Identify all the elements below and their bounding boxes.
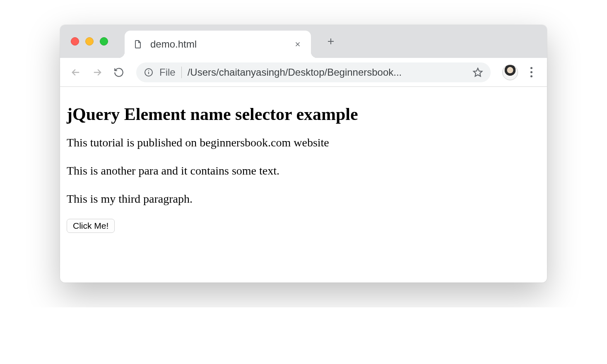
svg-point-2	[148, 70, 149, 71]
tab-strip: demo.html	[60, 25, 547, 58]
url-scheme-label: File	[159, 67, 176, 78]
new-tab-button[interactable]	[323, 33, 339, 50]
page-heading: jQuery Element name selector example	[67, 104, 540, 124]
address-separator	[181, 67, 182, 78]
window-controls	[71, 37, 108, 46]
browser-tab[interactable]: demo.html	[125, 31, 311, 58]
url-text: /Users/chaitanyasingh/Desktop/Beginnersb…	[188, 67, 467, 78]
browser-menu-button[interactable]	[523, 64, 540, 81]
paragraph-1: This tutorial is published on beginnersb…	[67, 135, 540, 151]
paragraph-2: This is another para and it contains som…	[67, 163, 540, 179]
window-close-button[interactable]	[71, 37, 79, 46]
reload-button[interactable]	[111, 64, 127, 81]
page-content: jQuery Element name selector example Thi…	[60, 87, 547, 283]
file-icon	[133, 39, 143, 49]
window-minimize-button[interactable]	[85, 37, 94, 46]
profile-avatar[interactable]	[502, 65, 518, 80]
browser-window: demo.html	[60, 25, 547, 283]
address-bar[interactable]: File /Users/chaitanyasingh/Desktop/Begin…	[136, 62, 491, 82]
bookmark-star-icon[interactable]	[472, 67, 483, 78]
forward-button[interactable]	[89, 64, 106, 81]
close-tab-button[interactable]	[293, 39, 303, 49]
click-me-button[interactable]: Click Me!	[67, 219, 115, 233]
svg-marker-3	[474, 68, 482, 76]
paragraph-3: This is my third paragraph.	[67, 191, 540, 207]
site-info-icon[interactable]	[144, 67, 154, 77]
back-button[interactable]	[67, 64, 84, 81]
tab-title: demo.html	[150, 38, 293, 50]
browser-toolbar: File /Users/chaitanyasingh/Desktop/Begin…	[60, 58, 547, 87]
window-maximize-button[interactable]	[100, 37, 108, 46]
